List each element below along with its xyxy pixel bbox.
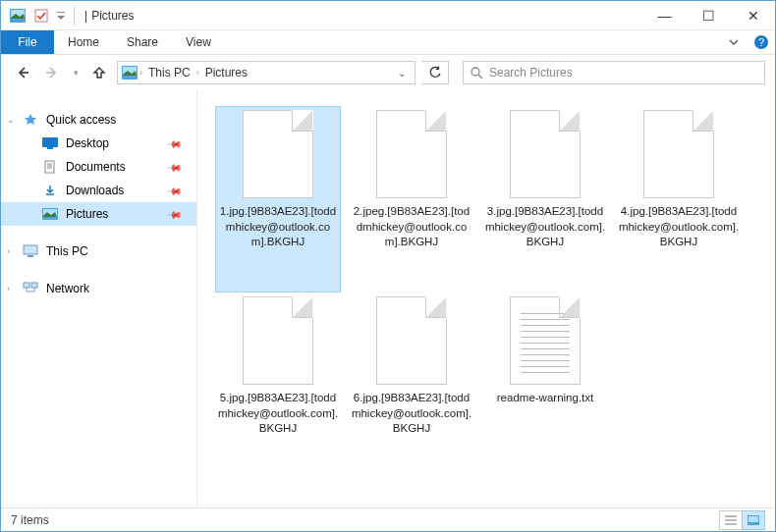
documents-icon (42, 159, 58, 175)
file-item[interactable]: 3.jpg.[9B83AE23].[toddmhickey@outlook.co… (482, 106, 608, 293)
window-controls: — ☐ ✕ (642, 1, 775, 30)
details-view-button[interactable] (719, 510, 743, 530)
app-icon[interactable] (7, 5, 28, 27)
search-placeholder: Search Pictures (489, 66, 573, 80)
svg-rect-25 (31, 283, 37, 288)
minimize-button[interactable]: — (642, 1, 687, 30)
address-bar[interactable]: › This PC › Pictures ⌄ (117, 61, 416, 84)
sidebar-item-this-pc[interactable]: › This PC (1, 239, 196, 263)
svg-line-12 (478, 75, 482, 79)
file-item[interactable]: 4.jpg.[9B83AE23].[toddmhickey@outlook.co… (616, 106, 742, 293)
file-list[interactable]: 1.jpg.[9B83AE23].[toddmhickey@outlook.co… (197, 90, 775, 508)
file-label: 3.jpg.[9B83AE23].[toddmhickey@outlook.co… (482, 204, 608, 250)
downloads-icon (42, 183, 58, 198)
file-item[interactable]: 5.jpg.[9B83AE23].[toddmhickey@outlook.co… (215, 293, 341, 479)
svg-text:?: ? (758, 36, 764, 48)
svg-rect-24 (24, 283, 29, 288)
titlebar: | Pictures — ☐ ✕ (1, 1, 775, 30)
chevron-right-icon[interactable]: › (7, 284, 10, 293)
navbar: ▾ › This PC › Pictures ⌄ Search Pictures (1, 55, 775, 90)
pin-icon: 📌 (167, 183, 183, 198)
breadcrumb-pictures[interactable]: Pictures (201, 66, 251, 80)
file-item[interactable]: 1.jpg.[9B83AE23].[toddmhickey@outlook.co… (215, 106, 341, 293)
maximize-button[interactable]: ☐ (687, 1, 731, 30)
this-pc-icon (23, 243, 38, 259)
search-input[interactable]: Search Pictures (463, 61, 765, 84)
tab-file[interactable]: File (1, 30, 54, 54)
text-file-icon (510, 296, 581, 385)
file-item[interactable]: 2.jpeg.[9B83AE23].[toddmhickey@outlook.c… (349, 106, 474, 293)
quick-access-toolbar (1, 5, 79, 27)
navigation-pane: ⌄ Quick access Desktop 📌 Documents 📌 (1, 90, 197, 508)
body: ⌄ Quick access Desktop 📌 Documents 📌 (1, 90, 775, 508)
tab-home[interactable]: Home (54, 30, 113, 54)
tab-share[interactable]: Share (113, 30, 172, 54)
sidebar-item-desktop[interactable]: Desktop 📌 (1, 132, 196, 155)
large-icons-view-button[interactable] (742, 510, 765, 530)
status-item-count: 7 items (11, 513, 49, 527)
up-button[interactable] (87, 61, 111, 84)
desktop-icon (42, 135, 58, 151)
recent-locations-icon[interactable]: ▾ (70, 68, 82, 78)
tab-view[interactable]: View (172, 30, 225, 54)
pin-icon: 📌 (167, 135, 183, 151)
properties-icon[interactable] (30, 5, 52, 27)
close-button[interactable]: ✕ (731, 1, 775, 30)
window-title-sep: | (84, 9, 87, 23)
chevron-right-icon[interactable]: › (139, 68, 142, 78)
large-icons-view-icon (747, 514, 760, 526)
address-dropdown-icon[interactable]: ⌄ (393, 68, 411, 79)
sidebar-item-downloads[interactable]: Downloads 📌 (1, 179, 196, 202)
pictures-icon (42, 206, 58, 222)
blank-file-icon (643, 110, 714, 198)
sidebar-item-quick-access[interactable]: ⌄ Quick access (1, 108, 196, 132)
search-icon (470, 66, 483, 80)
network-icon (23, 281, 38, 296)
breadcrumb-this-pc[interactable]: This PC (144, 66, 194, 80)
svg-rect-4 (57, 12, 65, 13)
svg-rect-22 (24, 245, 37, 254)
sidebar-item-label: Documents (66, 160, 126, 174)
refresh-button[interactable] (421, 61, 449, 84)
chevron-right-icon[interactable]: › (7, 246, 10, 256)
ribbon: File Home Share View ? (1, 30, 775, 55)
file-label: 5.jpg.[9B83AE23].[toddmhickey@outlook.co… (215, 391, 341, 437)
svg-point-11 (471, 68, 479, 76)
sidebar-item-pictures[interactable]: Pictures 📌 (1, 202, 196, 226)
back-button[interactable] (11, 61, 34, 84)
sidebar-item-label: Desktop (66, 136, 109, 150)
sidebar-item-label: Pictures (66, 207, 108, 221)
svg-rect-33 (748, 516, 758, 522)
blank-file-icon (376, 296, 447, 385)
sidebar-item-label: Network (46, 282, 89, 295)
sidebar-item-label: This PC (46, 244, 88, 258)
svg-rect-15 (45, 161, 54, 173)
svg-rect-14 (47, 147, 53, 149)
qat-dropdown-icon[interactable] (54, 5, 68, 27)
file-label: 2.jpeg.[9B83AE23].[toddmhickey@outlook.c… (349, 204, 474, 250)
chevron-right-icon[interactable]: › (196, 68, 199, 78)
help-icon[interactable]: ? (748, 30, 775, 54)
details-view-icon (724, 514, 738, 526)
forward-button[interactable] (40, 61, 64, 84)
blank-file-icon (243, 110, 313, 198)
file-item[interactable]: readme-warning.txt (482, 293, 608, 479)
file-label: 1.jpg.[9B83AE23].[toddmhickey@outlook.co… (216, 204, 340, 250)
pin-icon: 📌 (167, 206, 183, 222)
sidebar-item-label: Quick access (46, 113, 116, 127)
pin-icon: 📌 (167, 159, 183, 175)
file-item[interactable]: 6.jpg.[9B83AE23].[toddmhickey@outlook.co… (349, 293, 474, 479)
ribbon-expand-icon[interactable] (720, 30, 748, 54)
svg-rect-3 (35, 10, 47, 22)
chevron-down-icon[interactable]: ⌄ (7, 115, 15, 125)
sidebar-item-label: Downloads (66, 184, 124, 197)
titlebar-divider (74, 6, 75, 26)
sidebar-item-documents[interactable]: Documents 📌 (1, 155, 196, 179)
file-label: 6.jpg.[9B83AE23].[toddmhickey@outlook.co… (349, 391, 474, 437)
svg-rect-23 (28, 255, 33, 257)
sidebar-item-network[interactable]: › Network (1, 277, 196, 300)
blank-file-icon (376, 110, 447, 198)
pictures-folder-icon (122, 65, 138, 80)
star-icon (23, 112, 38, 128)
svg-rect-13 (42, 137, 58, 147)
